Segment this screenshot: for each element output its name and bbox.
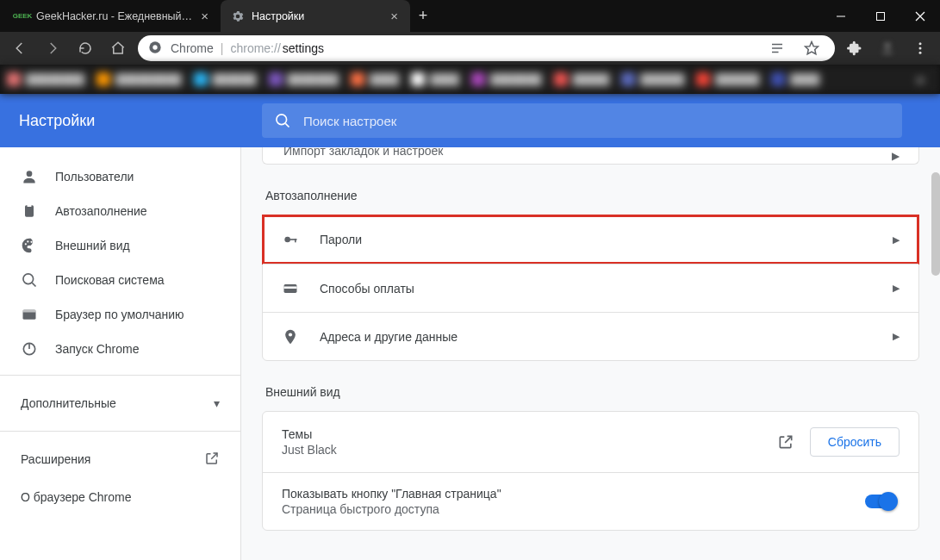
reset-theme-button[interactable]: Сбросить bbox=[810, 427, 900, 457]
row-payment-methods[interactable]: Способы оплаты ▶ bbox=[263, 264, 918, 312]
section-title-autofill: Автозаполнение bbox=[265, 189, 919, 202]
url-text: Chrome | chrome://settings bbox=[171, 41, 756, 55]
bookmark-item[interactable]: ████ bbox=[351, 72, 399, 86]
minimize-button[interactable] bbox=[821, 0, 861, 32]
close-icon[interactable]: × bbox=[389, 9, 400, 23]
home-text: Показывать кнопку "Главная страница" Стр… bbox=[282, 487, 865, 516]
bookmark-item[interactable]: ████ bbox=[411, 72, 459, 86]
home-sub: Страница быстрого доступа bbox=[282, 502, 865, 516]
titlebar: GEEK GeekHacker.ru - Ежедневный жу × Нас… bbox=[0, 0, 940, 32]
chevron-right-icon: ▶ bbox=[893, 331, 900, 342]
row-label: Пароли bbox=[320, 233, 362, 246]
svg-point-5 bbox=[153, 45, 157, 49]
sidebar-item-default-browser[interactable]: Браузер по умолчанию bbox=[0, 297, 240, 332]
sidebar-extensions[interactable]: Расширения bbox=[0, 440, 240, 478]
bookmark-item[interactable]: ███████ bbox=[269, 72, 339, 86]
divider bbox=[0, 431, 240, 432]
tab-geekhacker[interactable]: GEEK GeekHacker.ru - Ежедневный жу × bbox=[5, 0, 221, 32]
settings-body: Пользователи Автозаполнение Внешний вид … bbox=[0, 147, 940, 560]
bookmark-item[interactable]: ███████ bbox=[471, 72, 542, 86]
favicon-geek: GEEK bbox=[16, 9, 29, 23]
svg-point-21 bbox=[30, 241, 32, 243]
url-label: Chrome bbox=[171, 41, 214, 55]
bookmark-item[interactable]: ████████ bbox=[7, 72, 84, 86]
tab-settings[interactable]: Настройки × bbox=[221, 0, 410, 32]
svg-rect-8 bbox=[772, 52, 779, 53]
svg-rect-6 bbox=[772, 44, 782, 46]
extensions-icon[interactable] bbox=[842, 35, 868, 61]
power-icon bbox=[21, 340, 38, 358]
sidebar-item-label: Браузер по умолчанию bbox=[55, 308, 220, 321]
sidebar-item-startup[interactable]: Запуск Chrome bbox=[0, 332, 240, 366]
address-bar[interactable]: Chrome | chrome://settings bbox=[138, 35, 835, 61]
sidebar-item-label: Автозаполнение bbox=[55, 204, 220, 218]
svg-point-16 bbox=[27, 171, 33, 177]
row-passwords[interactable]: Пароли ▶ bbox=[263, 215, 918, 264]
bookmark-item[interactable]: ██████ bbox=[194, 72, 257, 86]
svg-rect-18 bbox=[28, 204, 32, 207]
chevron-down-icon: ▾ bbox=[214, 396, 220, 410]
svg-line-23 bbox=[32, 283, 35, 286]
person-icon bbox=[21, 168, 38, 185]
gear-icon bbox=[231, 9, 245, 23]
menu-icon[interactable] bbox=[907, 35, 933, 61]
home-label: Показывать кнопку "Главная страница" bbox=[282, 487, 865, 501]
search-input[interactable] bbox=[303, 114, 890, 128]
window-controls bbox=[821, 0, 940, 32]
settings-search[interactable] bbox=[262, 103, 902, 138]
bookmark-item[interactable]: ██████ bbox=[621, 72, 684, 86]
svg-point-28 bbox=[284, 237, 290, 243]
new-tab-button[interactable]: + bbox=[410, 0, 436, 32]
sidebar-about[interactable]: О браузере Chrome bbox=[0, 478, 240, 516]
page-title: Настройки bbox=[19, 112, 241, 130]
sidebar-item-users[interactable]: Пользователи bbox=[0, 159, 240, 194]
settings-page: Настройки Пользователи Автозаполнение Вн… bbox=[0, 94, 940, 560]
bookmark-item[interactable]: ██████ bbox=[696, 72, 759, 86]
bookmark-item[interactable]: ████ bbox=[771, 72, 819, 86]
sidebar-item-label: Пользователи bbox=[55, 170, 220, 184]
external-link-icon[interactable] bbox=[777, 433, 794, 451]
scrollbar-thumb[interactable] bbox=[931, 172, 940, 276]
reload-button[interactable] bbox=[72, 35, 98, 61]
search-icon bbox=[21, 271, 38, 289]
forward-button[interactable] bbox=[40, 35, 65, 61]
svg-rect-25 bbox=[23, 309, 36, 312]
sidebar-item-label: О браузере Chrome bbox=[21, 490, 132, 504]
divider bbox=[0, 375, 240, 376]
svg-rect-7 bbox=[772, 47, 782, 49]
bookmarks-overflow[interactable]: » bbox=[916, 71, 933, 89]
close-icon[interactable]: × bbox=[199, 9, 210, 23]
row-theme: Темы Just Black Сбросить bbox=[263, 412, 918, 472]
bookmarks-bar: ████████ █████████ ██████ ███████ ████ █… bbox=[0, 65, 940, 94]
chevron-right-icon: ▶ bbox=[893, 234, 900, 246]
close-window-button[interactable] bbox=[900, 0, 940, 32]
maximize-button[interactable] bbox=[861, 0, 900, 32]
home-button-toggle[interactable] bbox=[865, 495, 896, 508]
row-addresses[interactable]: Адреса и другие данные ▶ bbox=[263, 312, 918, 360]
svg-point-22 bbox=[23, 274, 34, 284]
url-scheme: chrome:// bbox=[230, 41, 280, 55]
star-icon[interactable] bbox=[799, 35, 825, 61]
location-icon bbox=[282, 328, 299, 345]
sidebar-item-label: Внешний вид bbox=[55, 239, 220, 252]
sidebar-advanced[interactable]: Дополнительные ▾ bbox=[0, 384, 240, 422]
import-bookmarks-row[interactable]: Импорт закладок и настроек ▶ bbox=[262, 147, 919, 165]
key-icon bbox=[282, 231, 299, 248]
profile-icon[interactable] bbox=[875, 35, 900, 61]
sidebar-item-appearance[interactable]: Внешний вид bbox=[0, 228, 240, 263]
external-link-icon bbox=[204, 451, 220, 469]
tab-title: Настройки bbox=[252, 10, 382, 22]
reader-icon[interactable] bbox=[764, 35, 790, 61]
svg-point-14 bbox=[277, 115, 287, 125]
home-button[interactable] bbox=[105, 35, 131, 61]
bookmark-item[interactable]: █████ bbox=[554, 72, 610, 86]
search-icon bbox=[274, 112, 291, 129]
back-button[interactable] bbox=[7, 35, 33, 61]
row-label: Адреса и другие данные bbox=[320, 330, 458, 344]
sidebar-item-search[interactable]: Поисковая система bbox=[0, 263, 240, 297]
svg-point-20 bbox=[27, 240, 28, 242]
settings-content[interactable]: Импорт закладок и настроек ▶ Автозаполне… bbox=[241, 147, 940, 560]
bookmark-item[interactable]: █████████ bbox=[96, 72, 182, 86]
sidebar-item-autofill[interactable]: Автозаполнение bbox=[0, 194, 240, 228]
url-path: settings bbox=[283, 41, 324, 55]
